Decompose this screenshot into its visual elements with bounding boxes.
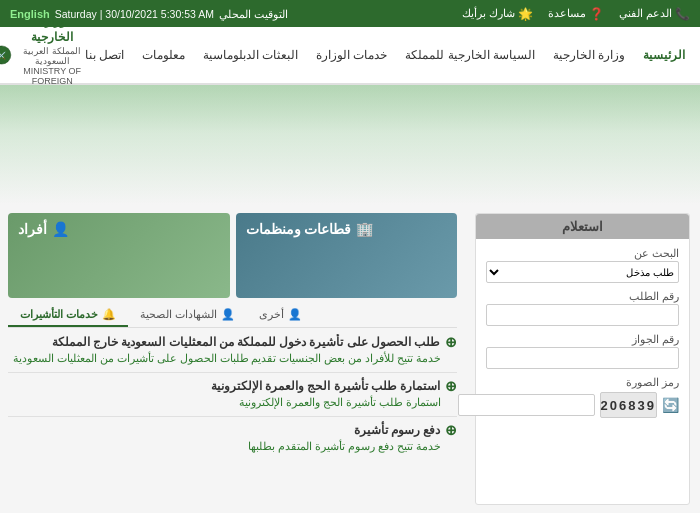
tab-visas-label: خدمات التأشيرات	[20, 308, 98, 321]
tab-other-label: أخرى	[259, 308, 284, 321]
nav-list: الرئيسية وزارة الخارجية السياسة الخارجية…	[85, 48, 685, 62]
service-title-text-3: دفع رسوم تأشيرة	[354, 423, 440, 437]
sidebar-body: البحث عن طلب مذخل رقم الطلب رقم الجواز ر…	[476, 239, 689, 433]
help-icon: ❓	[589, 7, 604, 21]
captcha-area: 🔄 206839	[486, 392, 679, 418]
request-no-label: رقم الطلب	[486, 290, 679, 302]
service-title-1: ⊕ طلب الحصول على تأشيرة دخول للمملكة من …	[8, 334, 457, 350]
passport-no-label: رقم الجواز	[486, 333, 679, 345]
tab-other[interactable]: 👤 أخرى	[247, 304, 314, 327]
hero-area	[0, 85, 700, 205]
bullet-icon-1: ⊕	[445, 334, 457, 350]
search-group: البحث عن طلب مذخل	[486, 247, 679, 283]
header: الرئيسية وزارة الخارجية السياسة الخارجية…	[0, 27, 700, 85]
sidebar-title: استعلام	[476, 214, 689, 239]
captcha-image: 206839	[600, 392, 657, 418]
captcha-label: رمز الصورة	[486, 376, 679, 388]
qitaat-label: 🏢 قطاعات ومنظمات	[246, 221, 374, 237]
passport-no-input[interactable]	[486, 347, 679, 369]
service-item-1: ⊕ طلب الحصول على تأشيرة دخول للمملكة من …	[8, 334, 457, 364]
service-title-text-2: استمارة طلب تأشيرة الحج والعمرة الإلكترو…	[211, 379, 440, 393]
afrad-icon: 👤	[52, 221, 69, 237]
banner-afrad[interactable]: 👤 أفراد	[8, 213, 230, 298]
svg-text:⚔️: ⚔️	[0, 51, 6, 60]
logo-area: وزارة الخارجية المملكة العربية السعوديةM…	[0, 14, 85, 95]
service-item-3: ⊕ دفع رسوم تأشيرة خدمة تتيح دفع رسوم تأش…	[8, 422, 457, 452]
category-banners: 🏢 قطاعات ومنظمات 👤 أفراد	[8, 213, 457, 298]
tab-visas[interactable]: 🔔 خدمات التأشيرات	[8, 304, 128, 327]
banner-qitaat[interactable]: 🏢 قطاعات ومنظمات	[236, 213, 458, 298]
nav-item-policy[interactable]: السياسة الخارجية للمملكة	[405, 48, 534, 62]
afrad-label: 👤 أفراد	[18, 221, 69, 237]
search-select[interactable]: طلب مذخل	[486, 261, 679, 283]
service-item-2: ⊕ استمارة طلب تأشيرة الحج والعمرة الإلكت…	[8, 378, 457, 408]
tabs-row: 👤 أخرى 👤 الشهادات الصحية 🔔 خدمات التأشير…	[8, 304, 457, 328]
captcha-group: رمز الصورة 🔄 206839	[486, 376, 679, 418]
services-list: ⊕ طلب الحصول على تأشيرة دخول للمملكة من …	[8, 334, 457, 508]
ministry-name: وزارة الخارجية	[20, 14, 85, 45]
top-bar-left: 📞 الدعم الفني ❓ مساعدة 🌟 شارك برأيك	[462, 7, 690, 21]
bullet-icon-3: ⊕	[445, 422, 457, 438]
service-desc-2[interactable]: استمارة طلب تأشيرة الحج والعمرة الإلكترو…	[8, 396, 457, 408]
main-content: استعلام البحث عن طلب مذخل رقم الطلب رقم …	[0, 205, 700, 513]
tab-health[interactable]: 👤 الشهادات الصحية	[128, 304, 247, 327]
captcha-refresh-button[interactable]: 🔄	[662, 397, 679, 413]
content-area: 🏢 قطاعات ومنظمات 👤 أفراد 👤 أخرى 👤 الشهاد…	[0, 205, 465, 513]
service-desc-3[interactable]: خدمة تتيح دفع رسوم تأشيرة المتقدم بطلبها	[8, 440, 457, 452]
support-item[interactable]: 📞 الدعم الفني	[619, 7, 690, 21]
health-icon: 👤	[221, 308, 235, 321]
share-icon: 🌟	[518, 7, 533, 21]
request-no-group: رقم الطلب	[486, 290, 679, 326]
support-icon: 📞	[675, 7, 690, 21]
main-nav: الرئيسية وزارة الخارجية السياسة الخارجية…	[85, 48, 685, 62]
captcha-input[interactable]	[458, 394, 595, 416]
nav-item-services[interactable]: خدمات الوزارة	[316, 48, 387, 62]
sidebar: استعلام البحث عن طلب مذخل رقم الطلب رقم …	[475, 213, 690, 505]
share-item[interactable]: 🌟 شارك برأيك	[462, 7, 533, 21]
visas-icon: 🔔	[102, 308, 116, 321]
nav-item-home[interactable]: الرئيسية	[643, 48, 685, 62]
search-label: البحث عن	[486, 247, 679, 259]
support-label: الدعم الفني	[619, 7, 672, 20]
nav-item-missions[interactable]: البعثات الدبلوماسية	[203, 48, 298, 62]
divider-1	[8, 372, 457, 373]
help-label: مساعدة	[548, 7, 586, 20]
tab-health-label: الشهادات الصحية	[140, 308, 217, 321]
datetime-label: التوقيت المحلي	[219, 8, 288, 20]
passport-no-group: رقم الجواز	[486, 333, 679, 369]
service-title-3: ⊕ دفع رسوم تأشيرة	[8, 422, 457, 438]
hero-overlay	[0, 85, 700, 205]
bullet-icon-2: ⊕	[445, 378, 457, 394]
share-label: شارك برأيك	[462, 7, 515, 20]
service-title-2: ⊕ استمارة طلب تأشيرة الحج والعمرة الإلكت…	[8, 378, 457, 394]
divider-2	[8, 416, 457, 417]
nav-item-info[interactable]: معلومات	[142, 48, 185, 62]
nav-item-contact[interactable]: اتصل بنا	[85, 48, 124, 62]
qitaat-icon: 🏢	[356, 221, 373, 237]
ministry-name-block: وزارة الخارجية المملكة العربية السعوديةM…	[20, 14, 85, 95]
help-item[interactable]: ❓ مساعدة	[548, 7, 604, 21]
nav-item-ministry[interactable]: وزارة الخارجية	[553, 48, 625, 62]
top-bar: 📞 الدعم الفني ❓ مساعدة 🌟 شارك برأيك التو…	[0, 0, 700, 27]
service-title-text-1: طلب الحصول على تأشيرة دخول للمملكة من ال…	[52, 335, 440, 349]
service-desc-1[interactable]: خدمة تتيح للأفراد من بعض الجنسيات تقديم …	[8, 352, 457, 364]
other-icon: 👤	[288, 308, 302, 321]
request-no-input[interactable]	[486, 304, 679, 326]
ministry-emblem: ⚔️	[0, 34, 12, 76]
